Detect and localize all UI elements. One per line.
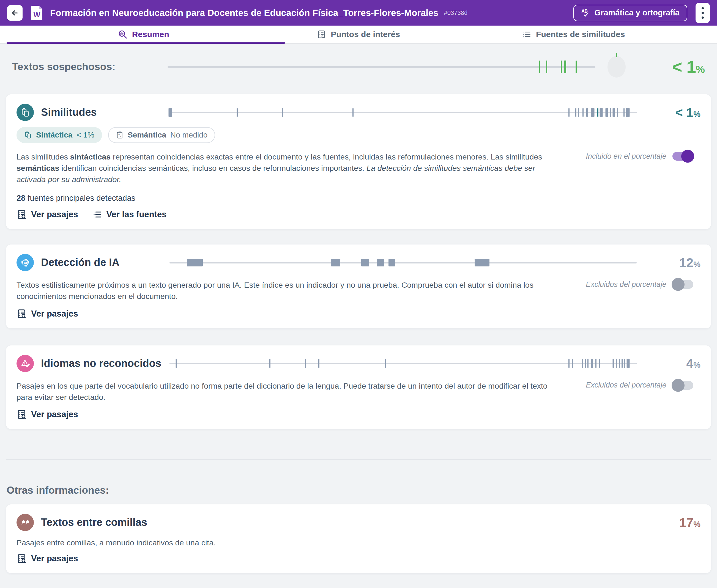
ver-pasajes-link[interactable]: Ver pasajes xyxy=(17,209,78,220)
main-content: Textos sospechosos: < 1% Similitudes xyxy=(0,55,717,573)
chip-semantica-label: Semántica xyxy=(128,131,166,140)
card-textos-entre-comillas: Textos entre comillas 17% Pasajes entre … xyxy=(6,504,711,573)
comillas-header-row: Textos entre comillas 17% xyxy=(17,514,700,531)
idiomas-titleblock: Idiomas no reconocidos xyxy=(17,355,169,372)
track-mark xyxy=(613,359,614,368)
other-info-heading: Otras informaciones: xyxy=(6,485,711,496)
tab-bar: Resumen Puntos de interés Fuentes de sim… xyxy=(0,26,717,44)
track-mark xyxy=(591,108,595,117)
track-mark xyxy=(564,61,566,73)
track-mark xyxy=(597,108,598,117)
points-of-interest-icon xyxy=(317,30,326,39)
word-document-icon: W xyxy=(31,5,43,21)
grammar-spelling-button[interactable]: AB Gramática y ortografía xyxy=(573,5,687,21)
similitudes-chips: Sintáctica < 1% A x Semántica No medido xyxy=(17,127,700,143)
back-button[interactable] xyxy=(7,5,23,21)
ai-chip-icon: AI xyxy=(17,254,34,271)
gauge-tick xyxy=(616,53,617,57)
track-mark xyxy=(599,108,602,117)
copy-icon xyxy=(17,104,34,121)
chip-sintactica[interactable]: Sintáctica < 1% xyxy=(17,127,102,143)
ia-description: Textos estilísticamente próximos a un te… xyxy=(17,279,570,302)
comillas-links: Ver pasajes xyxy=(17,553,700,564)
similitudes-titleblock: Similitudes xyxy=(17,104,169,121)
track-mark xyxy=(623,108,624,117)
ia-header-row: AI Detección de IA 12% xyxy=(17,254,700,271)
tab-resumen-label: Resumen xyxy=(132,30,169,39)
idiomas-include-toggle[interactable] xyxy=(672,381,693,390)
comillas-titleblock: Textos entre comillas xyxy=(17,514,147,531)
tab-puntos-label: Puntos de interés xyxy=(331,30,400,39)
track-mark xyxy=(582,108,583,117)
svg-text:W: W xyxy=(34,11,40,19)
svg-text:AI: AI xyxy=(24,261,27,265)
comillas-percentage: 17% xyxy=(637,515,700,530)
track-mark xyxy=(610,108,611,117)
tab-resumen[interactable]: Resumen xyxy=(0,26,287,43)
svg-text:x: x xyxy=(120,135,121,138)
ia-links: Ver pasajes xyxy=(17,309,700,319)
ia-percentage-unit: % xyxy=(693,260,700,269)
ia-track[interactable] xyxy=(169,256,637,270)
ia-description-row: Textos estilísticamente próximos a un te… xyxy=(17,279,700,302)
more-options-button[interactable] xyxy=(696,3,710,23)
similitudes-percentage: < 1% xyxy=(637,105,700,120)
spellcheck-icon: AB xyxy=(581,8,590,18)
track-mark xyxy=(616,359,617,368)
track-mark xyxy=(361,259,369,266)
suspect-percentage-unit: % xyxy=(696,64,705,75)
tab-puntos-de-interes[interactable]: Puntos de interés xyxy=(287,26,430,43)
track-mark xyxy=(595,359,596,368)
track-mark xyxy=(619,359,620,368)
ia-include-toggle[interactable] xyxy=(672,280,693,289)
idiomas-track[interactable] xyxy=(169,356,637,370)
document-title: Formación en Neuroeducación para Docente… xyxy=(50,8,438,18)
ver-las-fuentes-label: Ver las fuentes xyxy=(106,210,167,219)
comillas-description: Pasajes entre comillas, a menudo indicat… xyxy=(17,538,700,547)
copy-small-icon xyxy=(24,131,32,139)
track-mark xyxy=(237,108,238,117)
kebab-dot xyxy=(702,12,704,14)
warning-pencil-icon xyxy=(17,355,34,372)
ver-pasajes-link[interactable]: Ver pasajes xyxy=(17,309,78,319)
track-mark xyxy=(187,259,203,266)
chip-semantica[interactable]: A x Semántica No medido xyxy=(108,127,215,143)
track-mark xyxy=(305,359,306,368)
view-passages-icon xyxy=(17,553,27,564)
similitudes-title: Similitudes xyxy=(41,106,97,118)
svg-text:AB: AB xyxy=(581,8,588,13)
quotes-icon xyxy=(17,514,34,531)
track-mark xyxy=(591,359,593,368)
track-mark xyxy=(352,108,353,117)
idiomas-percentage: 4% xyxy=(637,356,700,371)
comillas-title: Textos entre comillas xyxy=(41,517,147,528)
clipboard-translate-icon: A x xyxy=(116,131,124,139)
similitudes-track[interactable] xyxy=(169,106,637,119)
sources-count-text: fuentes principales detectadas xyxy=(25,194,135,203)
ia-titleblock: AI Detección de IA xyxy=(17,254,169,271)
similitudes-include-toggle[interactable] xyxy=(672,152,693,161)
track-mark xyxy=(282,108,283,117)
track-mark xyxy=(575,108,576,117)
tab-fuentes-de-similitudes[interactable]: Fuentes de similitudes xyxy=(430,26,717,43)
ver-las-fuentes-link[interactable]: Ver las fuentes xyxy=(93,209,167,220)
card-deteccion-ia: AI Detección de IA 12% Textos estilístic… xyxy=(6,245,711,328)
similitudes-percentage-unit: % xyxy=(693,110,700,119)
view-passages-icon xyxy=(17,309,27,319)
track-mark xyxy=(475,259,489,266)
ver-pasajes-link[interactable]: Ver pasajes xyxy=(17,553,78,564)
ia-percentage-value: 12 xyxy=(679,255,693,270)
similitudes-toggle-block: Incluido en el porcentaje xyxy=(586,152,700,161)
ver-pasajes-link[interactable]: Ver pasajes xyxy=(17,409,78,420)
track-mark xyxy=(578,108,579,117)
ver-pasajes-label: Ver pasajes xyxy=(31,309,78,319)
track-mark xyxy=(576,61,577,73)
suspect-texts-track[interactable] xyxy=(167,60,595,74)
similitudes-description: Las similitudes sintácticas representan … xyxy=(17,151,570,185)
track-mark xyxy=(585,359,586,368)
grammar-button-label: Gramática y ortografía xyxy=(595,8,680,17)
idiomas-header-row: Idiomas no reconocidos 4% xyxy=(17,355,700,372)
track-mark xyxy=(546,61,547,73)
track-mark xyxy=(586,108,588,117)
ver-pasajes-label: Ver pasajes xyxy=(31,210,78,219)
